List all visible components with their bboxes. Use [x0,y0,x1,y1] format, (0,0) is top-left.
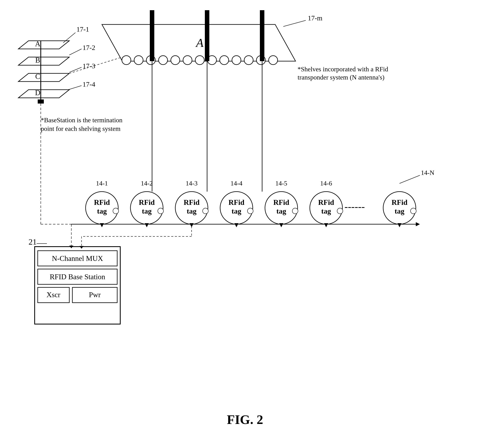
svg-text:RFid: RFid [228,198,244,206]
svg-text:RFid: RFid [318,198,334,206]
note1-text2: point for each shelving system [41,125,121,132]
svg-line-32 [69,57,122,73]
svg-point-44 [158,208,164,214]
svg-marker-55 [234,223,238,227]
svg-marker-65 [324,223,328,227]
label-17-1: 17-1 [76,26,89,33]
svg-text:tag: tag [232,207,241,215]
note2-text: *Shelves incorporated with a RFid [298,65,388,73]
svg-marker-6 [18,41,69,49]
svg-line-11 [69,49,81,55]
svg-line-13 [68,86,81,90]
svg-marker-70 [397,223,402,227]
svg-line-71 [400,175,420,184]
svg-marker-45 [145,223,149,227]
svg-text:B: B [35,56,40,64]
svg-point-27 [269,56,278,65]
tag-label-n: 14-N [421,169,434,176]
xscr-label: Xscr [46,291,60,299]
tag-label-2: 14-2 [141,180,153,187]
label-17-4: 17-4 [83,80,95,88]
svg-text:D: D [35,89,40,97]
svg-marker-0 [18,90,69,98]
svg-point-49 [203,208,208,214]
svg-marker-89 [416,222,420,226]
svg-text:RFid: RFid [273,198,289,206]
svg-text:A: A [35,40,40,48]
tag-label-4: 14-4 [230,180,243,187]
tag-label-6: 14-6 [320,180,332,187]
fig-label: FIG. 2 [227,412,263,427]
svg-text:RFid: RFid [184,198,200,206]
svg-marker-4 [18,57,69,65]
tag-label-5: 14-5 [275,180,287,187]
label-17-m: 17-m [308,14,323,22]
svg-point-64 [337,208,343,214]
svg-point-25 [244,56,253,65]
svg-point-69 [411,208,416,214]
svg-rect-9 [38,99,44,104]
svg-rect-28 [150,10,154,61]
ellipsis: ------ [344,201,365,212]
svg-text:tag: tag [97,207,107,215]
svg-text:tag: tag [321,207,331,215]
svg-point-59 [292,208,298,214]
svg-marker-2 [18,73,69,81]
shelf-main-label: A [195,36,204,50]
svg-text:RFid: RFid [392,198,407,206]
tag-label-3: 14-3 [186,180,198,187]
svg-text:RFid: RFid [94,198,110,206]
svg-text:tag: tag [276,207,286,215]
svg-text:C: C [35,72,40,80]
svg-point-16 [134,56,143,65]
rfid-base-label: RFID Base Station [50,273,105,281]
label-21: 21 [28,237,37,246]
svg-rect-30 [260,10,264,61]
svg-text:RFid: RFid [139,198,155,206]
svg-point-19 [171,56,180,65]
note2-text2: transponder system (N antenna's) [298,74,385,81]
svg-point-24 [232,56,241,65]
pwr-label: Pwr [89,291,101,299]
svg-rect-29 [205,10,209,61]
svg-point-15 [122,56,131,65]
svg-text:tag: tag [142,207,152,215]
svg-line-10 [63,33,75,43]
svg-point-37 [113,208,119,214]
diagram: D C B A 17-1 17-2 17-3 17-4 A 17-m *S [0,0,490,448]
svg-text:tag: tag [187,207,196,215]
svg-marker-60 [279,223,283,227]
label-17-2: 17-2 [83,44,95,51]
svg-point-23 [220,56,229,65]
tag-label-1: 14-1 [96,180,108,187]
svg-line-31 [283,20,306,26]
svg-point-20 [183,56,192,65]
svg-text:tag: tag [395,207,404,215]
svg-point-18 [158,56,167,65]
svg-marker-40 [100,223,104,227]
note1-text1: *BaseStation is the termination [41,116,122,124]
svg-line-12 [69,67,81,72]
mux-label: N-Channel MUX [52,254,103,263]
svg-point-54 [247,208,253,214]
svg-point-21 [195,56,204,65]
